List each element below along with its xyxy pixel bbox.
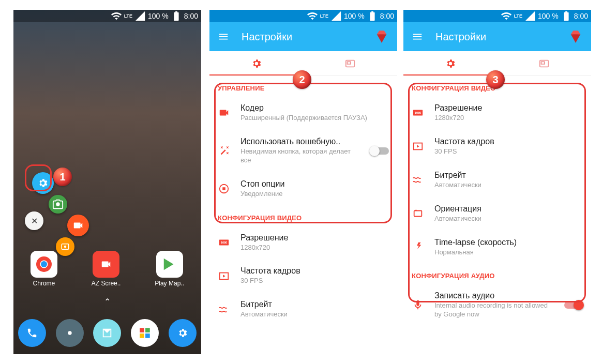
stop-icon [218, 183, 230, 195]
bitrate-icon [412, 174, 424, 186]
dock-mail[interactable] [93, 319, 121, 347]
row-bitrate[interactable]: БитрейтАвтоматически [209, 293, 397, 326]
section-audio: КОНФИГУРАЦИЯ АУДИО [403, 264, 591, 284]
row-stop[interactable]: Стоп опцииУведомление [209, 172, 397, 206]
resolution-icon: 1080 [412, 107, 424, 119]
row-fps[interactable]: Частота кадров30 FPS [403, 130, 591, 163]
mic-icon [412, 299, 424, 311]
svg-text:1080: 1080 [415, 111, 421, 114]
app-playmarket[interactable]: Play Мар.. [155, 251, 184, 287]
row-audio[interactable]: Записать аудиоInternal audio recording i… [403, 284, 591, 319]
float-close-button[interactable]: ✕ [25, 211, 43, 230]
svg-text:1080: 1080 [221, 241, 227, 244]
tab-overlay[interactable] [304, 51, 398, 75]
svg-rect-12 [348, 62, 351, 64]
badge-3: 3 [486, 70, 505, 89]
home-apps-row: Chrome AZ Scree.. Play Мар.. [13, 251, 201, 287]
svg-point-2 [64, 246, 67, 248]
panel-settings-control: LTE 100 % 8:00 Настройки УПРАВЛЕНИЕ Коде… [209, 10, 397, 354]
float-record-button[interactable] [67, 215, 89, 236]
signal-icon [524, 10, 536, 22]
row-resolution[interactable]: 1080 Разрешение1280x720 [403, 96, 591, 130]
battery-icon [561, 10, 572, 22]
panel-settings-video: LTE 100 % 8:00 Настройки КОНФИГУРАЦИЯ ВИ… [403, 10, 591, 354]
tab-overlay[interactable] [498, 51, 592, 75]
videocam-icon [218, 107, 230, 119]
diamond-icon[interactable] [568, 29, 583, 44]
svg-point-10 [68, 331, 71, 335]
app-title: Настройки [242, 31, 362, 43]
row-coder[interactable]: КодерРасширенный (Поддерживается ПАУЗА) [209, 96, 397, 130]
framerate-icon [218, 270, 230, 282]
app-drawer-caret-icon[interactable]: ⌃ [104, 297, 111, 307]
app-title: Настройки [435, 31, 556, 43]
app-chrome[interactable]: Chrome [31, 251, 57, 287]
float-camera-button[interactable] [49, 195, 67, 214]
battery-icon [171, 10, 182, 22]
status-bar: LTE 100 % 8:00 [13, 10, 201, 22]
row-fps[interactable]: Частота кадров30 FPS [209, 259, 397, 293]
wifi-icon [111, 10, 122, 22]
app-bar: Настройки [403, 22, 591, 51]
audio-toggle[interactable] [564, 301, 583, 309]
svg-rect-23 [414, 211, 422, 217]
float-settings-button[interactable] [32, 172, 54, 194]
row-timelapse[interactable]: Time-lapse (скорость)Нормальная [403, 231, 591, 264]
section-video: КОНФИГУРАЦИЯ ВИДЕО [209, 206, 397, 226]
row-resolution[interactable]: 1080 Разрешение1280x720 [209, 226, 397, 260]
wifi-icon [307, 10, 318, 22]
tab-settings[interactable] [403, 51, 498, 75]
dock-camera[interactable] [56, 319, 84, 347]
svg-rect-14 [222, 187, 225, 190]
diamond-icon[interactable] [374, 29, 389, 44]
clock: 8:00 [184, 12, 198, 20]
svg-rect-19 [541, 62, 545, 64]
dock-phone[interactable] [18, 319, 46, 347]
svg-point-9 [41, 261, 47, 267]
battery-icon [367, 10, 378, 22]
resolution-icon: 1080 [218, 236, 230, 249]
svg-point-0 [56, 202, 59, 206]
dock [13, 319, 201, 347]
battery-pct: 100 % [148, 12, 169, 20]
bitrate-icon [218, 304, 230, 316]
orientation-icon [412, 207, 424, 220]
badge-2: 2 [293, 70, 311, 89]
menu-icon[interactable] [218, 31, 229, 42]
dock-settings[interactable] [169, 319, 197, 347]
row-magic[interactable]: Использовать вошебную..Невидимая кнопка,… [209, 130, 397, 172]
tab-settings[interactable] [209, 51, 304, 75]
menu-icon[interactable] [412, 31, 423, 42]
app-azscreen[interactable]: AZ Scree.. [92, 251, 121, 287]
status-bar: LTE 100 % 8:00 [403, 10, 591, 22]
panel-home: LTE 100 % 8:00 ✕ Chrome AZ Scree.. Play … [13, 10, 201, 354]
wifi-icon [501, 10, 512, 22]
app-bar: Настройки [209, 22, 397, 51]
badge-1: 1 [53, 168, 72, 186]
framerate-icon [412, 140, 424, 153]
magic-wand-icon [218, 145, 230, 157]
row-orientation[interactable]: ОриентацияАвтоматически [403, 197, 591, 231]
status-bar: LTE 100 % 8:00 [209, 10, 397, 22]
timelapse-icon [412, 241, 424, 253]
network-type: LTE [124, 13, 132, 19]
magic-toggle[interactable] [370, 147, 389, 155]
row-bitrate[interactable]: БитрейтАвтоматически [403, 163, 591, 197]
signal-icon [330, 10, 342, 22]
dock-gallery[interactable] [131, 319, 159, 347]
signal-icon [134, 10, 146, 22]
